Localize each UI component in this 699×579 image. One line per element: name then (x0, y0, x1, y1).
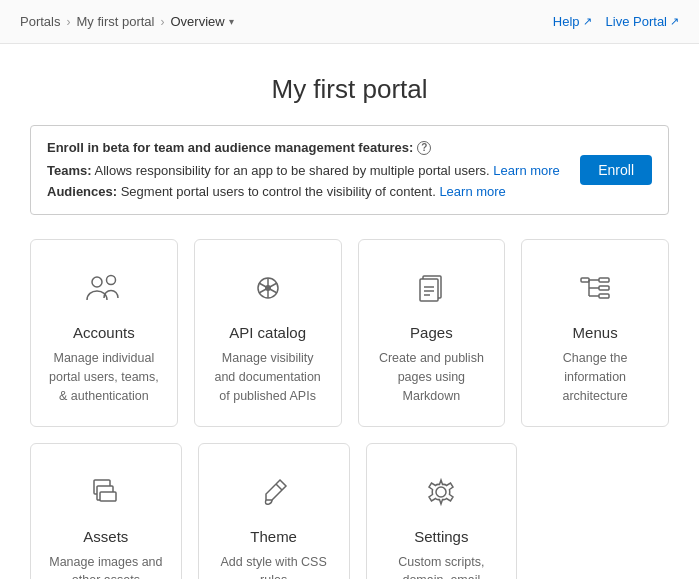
header: Portals › My first portal › Overview ▾ H… (0, 0, 699, 44)
teams-description: Allows responsibility for an app to be s… (94, 163, 489, 178)
pages-icon (407, 264, 455, 312)
breadcrumb-dropdown-icon[interactable]: ▾ (229, 16, 234, 27)
assets-card[interactable]: Assets Manage images and other assets (30, 443, 182, 579)
enroll-heading-text: Enroll in beta for team and audience man… (47, 138, 413, 159)
api-catalog-title: API catalog (229, 324, 306, 341)
svg-rect-8 (420, 279, 438, 301)
menus-title: Menus (573, 324, 618, 341)
svg-rect-14 (599, 294, 609, 298)
svg-point-0 (92, 277, 102, 287)
breadcrumb-portal-link[interactable]: My first portal (76, 14, 154, 29)
accounts-desc: Manage individual portal users, teams, &… (47, 349, 161, 405)
audiences-learn-more-link[interactable]: Learn more (439, 184, 505, 199)
help-tooltip-icon[interactable]: ? (417, 141, 431, 155)
theme-card[interactable]: Theme Add style with CSS rules (198, 443, 350, 579)
svg-rect-22 (100, 492, 116, 501)
help-external-icon: ↗ (583, 15, 592, 28)
cards-row-1: Accounts Manage individual portal users,… (30, 239, 669, 426)
audiences-description: Segment portal users to control the visi… (121, 184, 436, 199)
live-portal-link[interactable]: Live Portal ↗ (606, 14, 679, 29)
header-actions: Help ↗ Live Portal ↗ (553, 14, 679, 29)
audiences-label: Audiences: (47, 184, 117, 199)
svg-point-6 (265, 285, 271, 291)
live-portal-external-icon: ↗ (670, 15, 679, 28)
enroll-banner: Enroll in beta for team and audience man… (30, 125, 669, 215)
svg-rect-19 (581, 278, 589, 282)
assets-desc: Manage images and other assets (47, 553, 165, 579)
settings-title: Settings (414, 528, 468, 545)
enroll-heading: Enroll in beta for team and audience man… (47, 138, 560, 159)
breadcrumb-current: Overview ▾ (170, 14, 233, 29)
cards-row-2: Assets Manage images and other assets Th… (30, 443, 669, 579)
svg-rect-13 (599, 286, 609, 290)
teams-label: Teams: (47, 163, 92, 178)
svg-rect-12 (599, 278, 609, 282)
enroll-text: Enroll in beta for team and audience man… (47, 138, 560, 202)
menus-card[interactable]: Menus Change the information architectur… (521, 239, 669, 426)
menus-desc: Change the information architecture (538, 349, 652, 405)
api-catalog-desc: Manage visibility and documentation of p… (211, 349, 325, 405)
theme-icon (250, 468, 298, 516)
assets-title: Assets (83, 528, 128, 545)
teams-line: Teams: Allows responsibility for an app … (47, 161, 560, 182)
breadcrumb-portals-link[interactable]: Portals (20, 14, 60, 29)
breadcrumb: Portals › My first portal › Overview ▾ (20, 14, 234, 29)
live-portal-label: Live Portal (606, 14, 667, 29)
svg-line-23 (276, 484, 282, 490)
menus-icon (571, 264, 619, 312)
settings-desc: Custom scripts, domain, email settings..… (383, 553, 501, 579)
svg-point-24 (436, 487, 446, 497)
audiences-line: Audiences: Segment portal users to contr… (47, 182, 560, 203)
accounts-card[interactable]: Accounts Manage individual portal users,… (30, 239, 178, 426)
svg-point-1 (106, 276, 115, 285)
accounts-title: Accounts (73, 324, 135, 341)
accounts-icon (80, 264, 128, 312)
breadcrumb-current-label: Overview (170, 14, 224, 29)
page-title: My first portal (30, 44, 669, 125)
theme-desc: Add style with CSS rules (215, 553, 333, 579)
api-catalog-icon (244, 264, 292, 312)
pages-title: Pages (410, 324, 453, 341)
assets-icon (82, 468, 130, 516)
teams-learn-more-link[interactable]: Learn more (493, 163, 559, 178)
cards-grid-2: Assets Manage images and other assets Th… (30, 443, 517, 579)
main-content: My first portal Enroll in beta for team … (0, 44, 699, 579)
help-label: Help (553, 14, 580, 29)
pages-card[interactable]: Pages Create and publish pages using Mar… (358, 239, 506, 426)
help-link[interactable]: Help ↗ (553, 14, 592, 29)
settings-card[interactable]: Settings Custom scripts, domain, email s… (366, 443, 518, 579)
api-catalog-card[interactable]: API catalog Manage visibility and docume… (194, 239, 342, 426)
pages-desc: Create and publish pages using Markdown (375, 349, 489, 405)
breadcrumb-sep-1: › (66, 15, 70, 29)
theme-title: Theme (250, 528, 297, 545)
settings-icon (417, 468, 465, 516)
breadcrumb-sep-2: › (160, 15, 164, 29)
enroll-button[interactable]: Enroll (580, 155, 652, 185)
cards-grid-1: Accounts Manage individual portal users,… (30, 239, 669, 426)
